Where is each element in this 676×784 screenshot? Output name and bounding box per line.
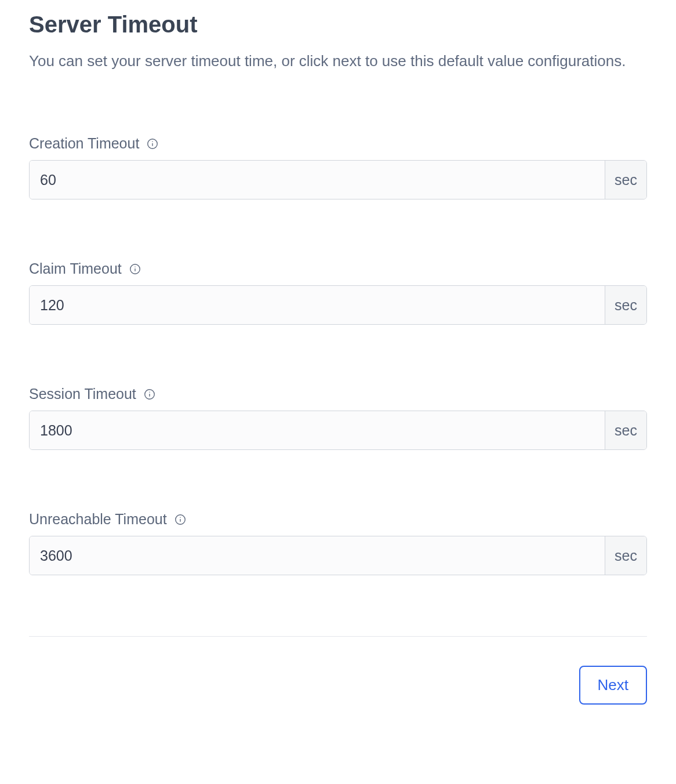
creation-timeout-field: Creation Timeout sec: [29, 135, 647, 199]
server-timeout-panel: Server Timeout You can set your server t…: [0, 0, 676, 734]
creation-timeout-label-row: Creation Timeout: [29, 135, 647, 152]
claim-timeout-unit: sec: [605, 286, 646, 324]
creation-timeout-unit: sec: [605, 161, 646, 199]
session-timeout-input[interactable]: [30, 411, 605, 449]
creation-timeout-label: Creation Timeout: [29, 135, 139, 152]
svg-point-11: [180, 517, 180, 517]
session-timeout-label: Session Timeout: [29, 386, 136, 402]
session-timeout-label-row: Session Timeout: [29, 386, 647, 402]
footer: Next: [29, 666, 647, 705]
page-title: Server Timeout: [29, 12, 647, 38]
claim-timeout-field: Claim Timeout sec: [29, 260, 647, 325]
svg-point-5: [135, 266, 135, 267]
info-icon[interactable]: [129, 263, 141, 275]
info-icon[interactable]: [146, 137, 159, 150]
unreachable-timeout-unit: sec: [605, 536, 646, 575]
claim-timeout-input[interactable]: [30, 286, 605, 324]
session-timeout-input-group: sec: [29, 411, 647, 450]
svg-point-8: [149, 391, 150, 392]
creation-timeout-input-group: sec: [29, 160, 647, 199]
unreachable-timeout-label: Unreachable Timeout: [29, 511, 167, 528]
divider: [29, 636, 647, 637]
claim-timeout-input-group: sec: [29, 285, 647, 325]
creation-timeout-input[interactable]: [30, 161, 605, 199]
claim-timeout-label: Claim Timeout: [29, 260, 122, 277]
session-timeout-field: Session Timeout sec: [29, 386, 647, 450]
svg-point-2: [152, 141, 153, 141]
unreachable-timeout-label-row: Unreachable Timeout: [29, 511, 647, 528]
claim-timeout-label-row: Claim Timeout: [29, 260, 647, 277]
unreachable-timeout-input-group: sec: [29, 536, 647, 575]
session-timeout-unit: sec: [605, 411, 646, 449]
unreachable-timeout-field: Unreachable Timeout sec: [29, 511, 647, 575]
info-icon[interactable]: [174, 513, 187, 526]
info-icon[interactable]: [143, 388, 156, 401]
next-button[interactable]: Next: [579, 666, 647, 705]
unreachable-timeout-input[interactable]: [30, 536, 605, 575]
page-description: You can set your server timeout time, or…: [29, 50, 647, 71]
